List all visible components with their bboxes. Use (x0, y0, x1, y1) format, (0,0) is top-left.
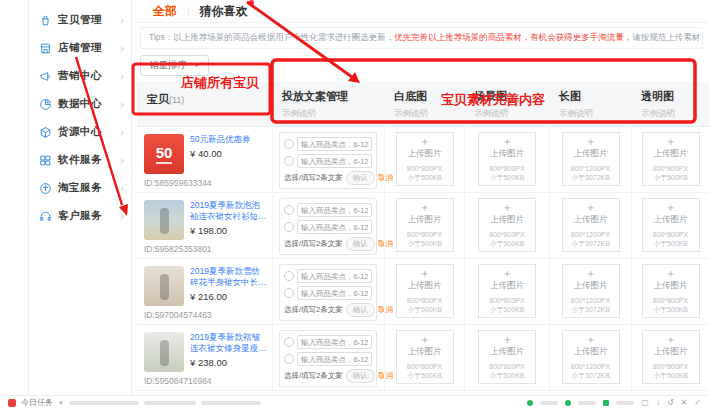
copy-checkbox[interactable] (284, 205, 294, 215)
product-title-link[interactable]: 2019夏季新款褶皱连衣裙女修身显瘦小众网红 (190, 332, 268, 354)
sidebar-item[interactable]: 宝贝管理 › (29, 6, 131, 34)
upload-size-hint: 800*800PX 小于500KB (489, 230, 524, 248)
column-sample-note[interactable]: 示例说明 (394, 108, 464, 120)
chevron-down-icon[interactable]: ▼ (58, 400, 64, 406)
sort-dropdown[interactable]: 销量排序 ▼ (140, 55, 209, 76)
copy-checkbox[interactable] (284, 354, 294, 364)
tab-recommend[interactable]: 猜你喜欢 (200, 3, 248, 20)
confirm-button[interactable]: 确认 (346, 171, 375, 185)
upload-image-button[interactable]: ＋ 上传图片 800*1200PX 小于3072KB (562, 330, 620, 384)
upload-image-button[interactable]: ＋ 上传图片 800*1200PX 小于3072KB (562, 132, 620, 186)
confirm-check-icon[interactable]: ✓ (694, 399, 701, 407)
package-icon (39, 126, 52, 139)
column-sample-note[interactable]: 示例说明 (474, 108, 549, 120)
tab-all[interactable]: 全部 (153, 3, 177, 20)
upload-image-button[interactable]: ＋ 上传图片 800*800PX 小于500KB (478, 132, 536, 186)
upload-cell-透明图: ＋ 上传图片 800*800PX 小于500KB (631, 259, 709, 324)
upload-image-button[interactable]: ＋ 上传图片 800*800PX 小于500KB (396, 198, 454, 252)
column-header-label: 长图 (559, 89, 631, 104)
upload-image-button[interactable]: ＋ 上传图片 800*800PX 小于500KB (396, 132, 454, 186)
upload-image-button[interactable]: ＋ 上传图片 800*1200PX 小于3072KB (562, 264, 620, 318)
shape-tool-icon[interactable]: ▢ (641, 399, 649, 407)
daily-task-label[interactable]: 今日任务 (21, 397, 53, 408)
product-title-link[interactable]: 50元新品优惠券 (190, 134, 250, 145)
selling-point-input[interactable] (297, 220, 372, 234)
upload-cell-场景图: ＋ 上传图片 800*800PX 小于500KB (464, 259, 549, 324)
confirm-button[interactable]: 确认 (346, 303, 375, 317)
copy-checkbox[interactable] (284, 337, 294, 347)
illegible-label (540, 401, 558, 405)
copy-checkbox[interactable] (284, 156, 294, 166)
illegible-status-text (69, 401, 139, 405)
copy-checkbox[interactable] (284, 271, 294, 281)
upload-image-button[interactable]: ＋ 上传图片 800*800PX 小于500KB (642, 132, 700, 186)
upload-size-hint: 800*800PX 小于500KB (489, 362, 524, 380)
selling-point-input[interactable] (297, 154, 372, 168)
selling-point-input[interactable] (297, 137, 372, 151)
green-square-icon[interactable] (603, 400, 609, 406)
upload-image-button[interactable]: ＋ 上传图片 800*800PX 小于500KB (478, 264, 536, 318)
sidebar-item[interactable]: 营销中心 › (29, 62, 131, 90)
upload-image-button[interactable]: ＋ 上传图片 800*800PX 小于500KB (478, 198, 536, 252)
selling-point-input[interactable] (297, 203, 372, 217)
gift-icon[interactable] (8, 399, 16, 407)
column-header-products: 宝贝(11) (137, 82, 272, 126)
copy-checkbox[interactable] (284, 139, 294, 149)
products-header-label: 宝贝 (147, 93, 169, 105)
taobao-icon (39, 182, 52, 195)
upload-size-hint: 800*800PX 小于500KB (407, 362, 442, 380)
upload-label: 上传图片 (654, 346, 688, 358)
selling-point-input[interactable] (297, 286, 372, 300)
upload-image-button[interactable]: ＋ 上传图片 800*800PX 小于500KB (642, 264, 700, 318)
upload-image-button[interactable]: ＋ 上传图片 800*800PX 小于500KB (396, 330, 454, 384)
selling-point-input[interactable] (297, 352, 372, 366)
copy-note: 选择/填写2条文案 (284, 173, 343, 183)
green-dot-icon[interactable] (565, 400, 571, 406)
upload-label: 上传图片 (408, 148, 442, 160)
product-title-link[interactable]: 2019夏季新款雪纺碎花半身裙女中长款雪纺白 (190, 266, 268, 288)
confirm-button[interactable]: 确认 (346, 369, 375, 383)
product-thumbnail[interactable] (144, 332, 184, 372)
copy-note: 选择/填写2条文案 (284, 239, 343, 249)
column-header-label: 场景图 (474, 89, 549, 104)
column-sample-note[interactable]: 示例说明 (282, 108, 384, 120)
confirm-button[interactable]: 确认 (346, 237, 375, 251)
selling-point-input[interactable] (297, 335, 372, 349)
column-header-label: 透明图 (641, 89, 709, 104)
upload-cell-长图: ＋ 上传图片 800*1200PX 小于3072KB (549, 259, 631, 324)
selling-point-input[interactable] (297, 269, 372, 283)
product-cell: 2019夏季新款泡泡袖连衣裙女衬衫短袖T恤中长款 ¥ 198.00 ID:595… (137, 193, 272, 258)
sidebar-item[interactable]: 货源中心 › (29, 118, 131, 146)
column-sample-note[interactable]: 示例说明 (641, 108, 709, 120)
copy-cell: 选择/填写2条文案 确认 取消 (272, 193, 384, 258)
column-header-白底图: 白底图 示例说明 (384, 82, 464, 126)
upload-image-button[interactable]: ＋ 上传图片 800*800PX 小于500KB (642, 330, 700, 384)
tab-divider: | (187, 5, 190, 17)
copy-checkbox[interactable] (284, 288, 294, 298)
sidebar-item[interactable]: 店铺管理 › (29, 34, 131, 62)
column-sample-note[interactable]: 示例说明 (559, 108, 631, 120)
status-bar: 今日任务 ▼ ▢ ↓ ↺ ✕ ✓ (0, 395, 709, 409)
upload-cell-场景图: ＋ 上传图片 800*800PX 小于500KB (464, 127, 549, 192)
product-cell: 2019夏季新款雪纺碎花半身裙女中长款雪纺白 ¥ 216.00 ID:59700… (137, 259, 272, 324)
upload-image-button[interactable]: ＋ 上传图片 800*800PX 小于500KB (396, 264, 454, 318)
upload-image-button[interactable]: ＋ 上传图片 800*800PX 小于500KB (642, 198, 700, 252)
copy-checkbox[interactable] (284, 222, 294, 232)
product-thumbnail[interactable]: 50 (144, 134, 184, 174)
product-thumbnail[interactable] (144, 200, 184, 240)
product-row: 2019夏季新款泡泡袖连衣裙女衬衫短袖T恤中长款 ¥ 198.00 ID:595… (137, 193, 709, 259)
upload-image-button[interactable]: ＋ 上传图片 800*1200PX 小于3072KB (562, 198, 620, 252)
sidebar-item[interactable]: 数据中心 › (29, 90, 131, 118)
sidebar-item[interactable]: 客户服务 › (29, 202, 131, 230)
close-icon[interactable]: ✕ (681, 399, 688, 407)
sidebar-item[interactable]: 淘宝服务 › (29, 174, 131, 202)
product-title-link[interactable]: 2019夏季新款泡泡袖连衣裙女衬衫短袖T恤中长款 (190, 200, 268, 222)
undo-icon[interactable]: ↺ (667, 399, 674, 407)
sidebar-item[interactable]: 软件服务 › (29, 146, 131, 174)
product-thumbnail[interactable] (144, 266, 184, 306)
green-dot-icon[interactable] (527, 400, 533, 406)
product-id: ID:597004574463 (144, 310, 268, 322)
upload-image-button[interactable]: ＋ 上传图片 800*800PX 小于500KB (478, 330, 536, 384)
download-icon[interactable]: ↓ (656, 399, 660, 407)
product-row: 2019夏季新款雪纺碎花半身裙女中长款雪纺白 ¥ 216.00 ID:59700… (137, 259, 709, 325)
